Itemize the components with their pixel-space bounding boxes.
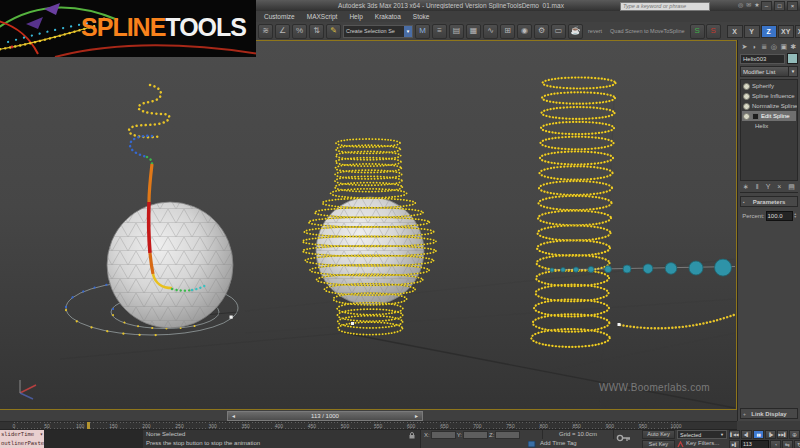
previous-frame-arrow-icon[interactable]: ◄ bbox=[231, 413, 236, 419]
tab-hierarchy[interactable]: ≣ bbox=[760, 43, 769, 51]
quad-screen-movetospline-button[interactable]: Quad Screen to MoveToSpline bbox=[607, 28, 688, 34]
modifier-spherify[interactable]: Spherify bbox=[742, 81, 796, 91]
axis-constraint-y[interactable]: Y bbox=[744, 25, 760, 38]
tab-motion[interactable]: ◎ bbox=[769, 43, 778, 51]
minimize-button[interactable]: – bbox=[761, 1, 772, 11]
named-selection-set-dropdown[interactable]: Create Selection Se ▼ bbox=[343, 25, 413, 38]
splinetools-red-icon[interactable]: S bbox=[706, 24, 721, 39]
configure-modifier-sets-icon[interactable]: ▤ bbox=[788, 183, 795, 191]
menu-stoke[interactable]: Stoke bbox=[407, 13, 436, 20]
key-filters-button[interactable]: Key Filters... bbox=[686, 439, 719, 448]
play-pause-button[interactable]: ▮▮ bbox=[753, 430, 764, 439]
link-display-rollout-header[interactable]: + Link Display bbox=[740, 408, 798, 419]
remove-modifier-icon[interactable]: × bbox=[777, 183, 781, 190]
key-mode-toggle-button[interactable]: ▶▌ bbox=[729, 440, 740, 448]
time-slider-handle[interactable]: ◄ 113 / 1000 ► bbox=[227, 411, 423, 421]
modifier-enable-icon[interactable] bbox=[743, 103, 750, 110]
auto-key-button[interactable]: Auto Key bbox=[642, 430, 675, 439]
go-to-end-button[interactable]: ▶▶▌ bbox=[777, 430, 788, 439]
menu-customize[interactable]: Customize bbox=[258, 13, 301, 20]
material-editor-icon[interactable]: ◉ bbox=[517, 24, 532, 39]
close-button[interactable]: × bbox=[787, 1, 798, 11]
tab-display[interactable]: ▣ bbox=[779, 43, 788, 51]
zoom-icon[interactable]: ⊕ bbox=[789, 430, 800, 439]
orbit-icon[interactable]: ↻ bbox=[794, 440, 800, 448]
modifier-enable-icon[interactable] bbox=[743, 83, 750, 90]
schematic-view-icon[interactable]: ⊞ bbox=[500, 24, 515, 39]
menu-help[interactable]: Help bbox=[343, 13, 368, 20]
modifier-normalize-spline2[interactable]: Normalize Spline2 bbox=[742, 101, 796, 111]
tab-utilities[interactable]: ✱ bbox=[789, 43, 798, 51]
axis-constraint-x[interactable]: X bbox=[727, 25, 743, 38]
percent-snap-icon[interactable]: % bbox=[292, 24, 307, 39]
modifier-helix[interactable]: Helix bbox=[742, 121, 796, 131]
macro-recorder-line1[interactable]: sliderTime▾ bbox=[0, 430, 44, 439]
field-of-view-icon[interactable]: ◔ bbox=[770, 440, 781, 448]
go-to-start-button[interactable]: ▌◀◀ bbox=[729, 430, 740, 439]
set-key-button[interactable]: Set Key bbox=[642, 440, 675, 448]
percent-spinner[interactable]: ▲▼ bbox=[794, 213, 797, 220]
selection-lock-icon[interactable] bbox=[408, 432, 416, 439]
perspective-viewport[interactable]: WWW.Boomerlabs.com bbox=[0, 40, 737, 410]
selection-set-key-dropdown[interactable]: Selected ▼ bbox=[677, 430, 727, 439]
splinetools-green-icon[interactable]: S bbox=[690, 24, 705, 39]
isolate-key-icon[interactable] bbox=[616, 433, 632, 443]
dropdown-arrow-icon[interactable]: ▼ bbox=[404, 26, 412, 37]
tab-modify[interactable]: ◗ bbox=[750, 43, 759, 50]
modifier-list-dropdown[interactable]: Modifier List ▼ bbox=[740, 66, 798, 77]
next-frame-arrow-icon[interactable]: ► bbox=[414, 413, 419, 419]
object-color-swatch[interactable] bbox=[787, 53, 798, 64]
rendered-frame-window-icon[interactable]: ▭ bbox=[551, 24, 566, 39]
coordinate-field-x[interactable] bbox=[431, 431, 456, 439]
pan-icon[interactable]: ⇆ bbox=[782, 440, 793, 448]
animation-transport-controls: ▌◀◀◀▌▮▮▐▶▶▶▌⊕⊚⊡⊠ bbox=[729, 430, 800, 439]
communication-center-icon[interactable]: ✉ bbox=[746, 1, 751, 10]
axis-constraint-xy[interactable]: XY bbox=[778, 25, 794, 38]
show-end-result-icon[interactable]: ‖ bbox=[756, 183, 759, 190]
track-bar[interactable]: 0501001502002503003504004505005506006507… bbox=[0, 422, 737, 430]
modifier-enable-icon[interactable] bbox=[743, 93, 750, 100]
object-name-field[interactable]: Helix003 bbox=[740, 54, 785, 64]
curve-editor-icon[interactable]: ∿ bbox=[483, 24, 498, 39]
revert-button[interactable]: revert bbox=[585, 28, 605, 34]
time-slider-track[interactable]: ◄ 113 / 1000 ► bbox=[0, 410, 737, 422]
spinner-snap-icon[interactable]: ⇅ bbox=[309, 24, 324, 39]
axis-constraint-xyh[interactable]: XYh bbox=[795, 25, 800, 38]
render-production-icon[interactable]: ☕ bbox=[568, 24, 583, 39]
mirror-icon[interactable]: M bbox=[415, 24, 430, 39]
snaps-toggle-icon[interactable]: ≋ bbox=[258, 24, 273, 39]
maximize-button[interactable]: □ bbox=[774, 1, 785, 11]
parameters-rollout-header[interactable]: ▪ Parameters bbox=[740, 196, 798, 207]
axis-constraint-z[interactable]: Z bbox=[761, 25, 777, 38]
make-unique-icon[interactable]: Y bbox=[766, 183, 771, 190]
macro-recorder-line2[interactable]: outlinerPaste bbox=[0, 439, 44, 448]
modifier-enable-icon[interactable] bbox=[743, 113, 750, 120]
current-frame-marker[interactable] bbox=[87, 422, 90, 429]
graphite-ribbon-icon[interactable]: ▦ bbox=[466, 24, 481, 39]
menu-krakatoa[interactable]: Krakatoa bbox=[369, 13, 407, 20]
angle-snap-icon[interactable]: ∠ bbox=[275, 24, 290, 39]
favorites-icon[interactable]: ★ bbox=[754, 1, 759, 10]
next-frame-button[interactable]: ▐▶ bbox=[765, 430, 776, 439]
coordinate-field-y[interactable] bbox=[463, 431, 488, 439]
edit-named-selection-sets-icon[interactable]: ✎ bbox=[326, 24, 341, 39]
layer-manager-icon[interactable]: ▤ bbox=[449, 24, 464, 39]
infocenter-search-input[interactable] bbox=[620, 2, 710, 11]
menu-maxscript[interactable]: MAXScript bbox=[301, 13, 344, 20]
pin-stack-icon[interactable]: ∗ bbox=[743, 183, 749, 191]
percent-field[interactable]: 100.0 bbox=[766, 211, 793, 221]
frame-tick-label: 1000 bbox=[670, 423, 681, 429]
align-icon[interactable]: ≡ bbox=[432, 24, 447, 39]
coordinate-field-z[interactable] bbox=[495, 431, 520, 439]
modifier-edit-spline[interactable]: Edit Spline bbox=[742, 111, 796, 121]
dropdown-arrow-icon[interactable]: ▼ bbox=[788, 67, 797, 76]
current-frame-field[interactable]: 113 bbox=[741, 440, 769, 448]
modifier-spline-influence[interactable]: Spline Influence bbox=[742, 91, 796, 101]
previous-frame-button[interactable]: ◀▌ bbox=[741, 430, 752, 439]
subscription-icon[interactable]: ◎ bbox=[738, 1, 743, 10]
render-setup-icon[interactable]: ⚙ bbox=[534, 24, 549, 39]
splinetools-logo: SPLINETOOLS bbox=[0, 0, 256, 57]
tab-create[interactable]: ➤ bbox=[740, 43, 749, 51]
maxscript-mini-listener[interactable] bbox=[44, 430, 144, 448]
add-time-tag[interactable]: Add Time Tag bbox=[540, 439, 577, 448]
